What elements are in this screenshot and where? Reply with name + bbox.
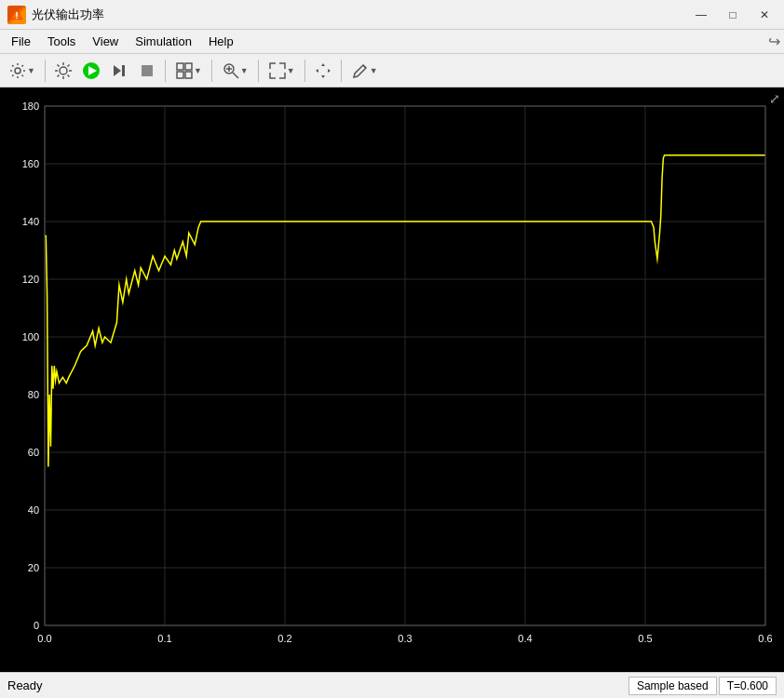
stop-button[interactable] <box>134 58 160 84</box>
main-content: ⤢ <box>0 87 784 672</box>
minimize-button[interactable]: — <box>689 5 713 25</box>
separator3 <box>211 60 212 82</box>
plot-canvas <box>0 87 784 672</box>
settings-icon <box>8 61 27 80</box>
svg-point-5 <box>60 67 67 74</box>
svg-marker-8 <box>114 65 121 76</box>
maximize-button[interactable]: □ <box>721 5 745 25</box>
window-title: 光伏输出功率 <box>32 7 689 23</box>
arrow-icon[interactable]: ↪ <box>768 33 780 50</box>
svg-rect-14 <box>185 72 192 78</box>
window-controls[interactable]: — □ ✕ <box>689 5 777 25</box>
separator <box>45 60 46 82</box>
zoom-dropdown[interactable]: ▼ <box>217 59 253 83</box>
menu-simulation[interactable]: Simulation <box>128 33 199 50</box>
svg-point-3 <box>16 17 18 19</box>
settings-dropdown[interactable]: ▼ <box>4 59 40 83</box>
settings2-button[interactable] <box>50 58 76 84</box>
svg-rect-12 <box>185 63 192 70</box>
menu-tools[interactable]: Tools <box>40 33 83 50</box>
run-button[interactable] <box>78 58 104 84</box>
separator4 <box>258 60 259 82</box>
edit-dropdown[interactable]: ▼ <box>346 59 383 83</box>
svg-rect-13 <box>177 72 183 78</box>
svg-rect-9 <box>122 65 125 76</box>
layout-dropdown[interactable]: ▼ <box>170 59 207 83</box>
step-button[interactable] <box>106 58 132 84</box>
svg-line-16 <box>233 73 238 78</box>
plot-area: ⤢ <box>0 87 784 672</box>
separator5 <box>304 60 305 82</box>
toolbar: ▼ ▼ <box>0 54 784 87</box>
close-button[interactable]: ✕ <box>752 5 777 25</box>
app-icon <box>7 6 26 24</box>
status-sample-based: Sample based <box>629 677 717 695</box>
pan-button[interactable] <box>310 58 336 84</box>
menu-view[interactable]: View <box>85 33 126 50</box>
status-ready-label: Ready <box>7 678 629 692</box>
fit-dropdown[interactable]: ▼ <box>264 59 300 83</box>
separator2 <box>165 60 166 82</box>
svg-rect-10 <box>142 65 153 76</box>
separator6 <box>341 60 342 82</box>
expand-icon[interactable]: ⤢ <box>769 91 780 106</box>
svg-point-4 <box>15 68 20 74</box>
menu-bar: File Tools View Simulation Help ↪ <box>0 30 784 54</box>
svg-rect-11 <box>177 63 183 70</box>
status-bar: Ready Sample based T=0.600 <box>0 672 784 698</box>
title-bar: 光伏输出功率 — □ ✕ <box>0 0 784 30</box>
status-time: T=0.600 <box>719 677 777 695</box>
menu-file[interactable]: File <box>4 33 38 50</box>
menu-help[interactable]: Help <box>201 33 241 50</box>
